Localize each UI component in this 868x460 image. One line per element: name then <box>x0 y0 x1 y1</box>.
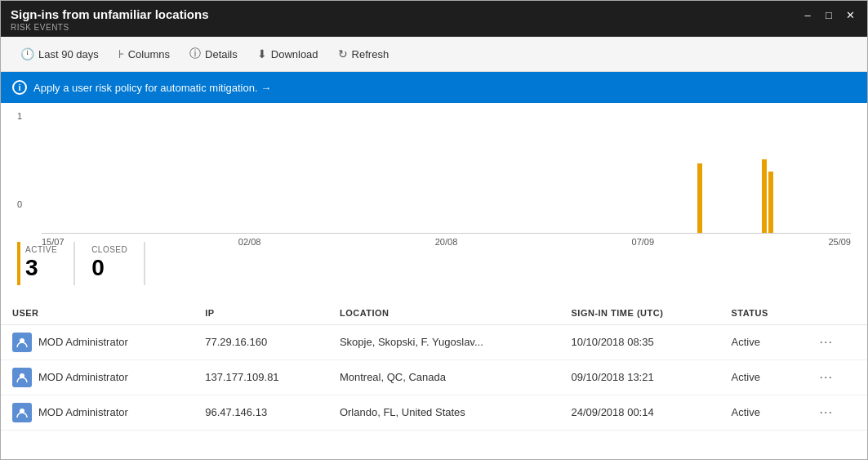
x-label-4: 25/09 <box>828 237 851 247</box>
more-button-2[interactable]: ··· <box>815 404 838 422</box>
active-stat: ACTIVE 3 <box>17 242 75 285</box>
download-icon: ⬇ <box>257 47 267 60</box>
clock-icon: 🕛 <box>20 47 34 60</box>
columns-button[interactable]: ⊦ Columns <box>110 44 178 64</box>
download-button[interactable]: ⬇ Download <box>249 44 327 64</box>
more-button-1[interactable]: ··· <box>815 368 838 386</box>
data-table: USER IP LOCATION SIGN-IN TIME (UTC) STAT… <box>1 301 867 431</box>
table-row: MOD Administrator 96.47.146.13 Orlando, … <box>1 395 867 430</box>
columns-icon: ⊦ <box>118 47 124 60</box>
close-button[interactable]: ✕ <box>843 7 857 22</box>
table-area: USER IP LOCATION SIGN-IN TIME (UTC) STAT… <box>1 293 867 439</box>
chart-bar <box>768 172 773 233</box>
chart-bars <box>42 127 851 233</box>
window-title: Sign-ins from unfamiliar locations <box>11 7 209 21</box>
cell-location-1: Montreal, QC, Canada <box>328 360 560 395</box>
col-actions <box>803 301 867 325</box>
x-label-3: 07/09 <box>632 237 655 247</box>
user-name-0: MOD Administrator <box>38 336 128 348</box>
more-button-0[interactable]: ··· <box>815 333 838 351</box>
title-bar-controls: – □ ✕ <box>800 7 857 22</box>
chart-bar-group-2 <box>762 159 773 233</box>
refresh-button[interactable]: ↻ Refresh <box>330 44 398 64</box>
col-ip: IP <box>194 301 328 325</box>
banner-info-icon: i <box>12 80 27 95</box>
cell-location-2: Orlando, FL, United States <box>328 395 560 430</box>
chart-x-labels: 15/07 02/08 20/08 07/09 25/09 <box>17 234 851 247</box>
chart-bar-group-1 <box>697 163 702 233</box>
download-label: Download <box>271 48 318 60</box>
user-avatar-2 <box>12 403 32 422</box>
cell-location-0: Skopje, Skopski, F. Yugoslav... <box>328 324 560 360</box>
banner-text: Apply a user risk policy for automatic m… <box>33 82 271 94</box>
cell-status-1: Active <box>719 360 803 395</box>
cell-more-1[interactable]: ··· <box>803 360 867 395</box>
cell-status-0: Active <box>719 324 803 360</box>
minimize-button[interactable]: – <box>800 7 815 22</box>
window-subtitle: RISK EVENTS <box>11 23 209 32</box>
cell-signin-time-1: 09/10/2018 13:21 <box>559 360 719 395</box>
last-90-days-label: Last 90 days <box>38 48 99 60</box>
main-window: Sign-ins from unfamiliar locations RISK … <box>0 0 868 460</box>
chart-y-max: 1 <box>17 111 22 121</box>
chart-bar <box>697 163 702 233</box>
table-row: MOD Administrator 77.29.16.160 Skopje, S… <box>1 324 867 360</box>
user-avatar-0 <box>12 333 32 352</box>
columns-label: Columns <box>128 48 170 60</box>
col-status: STATUS <box>719 301 803 325</box>
content-area: 1 0 15/07 02/08 20/08 <box>1 103 867 459</box>
user-avatar-1 <box>12 368 32 387</box>
toolbar: 🕛 Last 90 days ⊦ Columns ⓘ Details ⬇ Dow… <box>1 37 867 72</box>
cell-status-2: Active <box>719 395 803 430</box>
x-label-2: 20/08 <box>435 237 458 247</box>
cell-more-2[interactable]: ··· <box>803 395 867 430</box>
refresh-icon: ↻ <box>338 47 348 60</box>
last-90-days-button[interactable]: 🕛 Last 90 days <box>12 44 107 64</box>
cell-more-0[interactable]: ··· <box>803 324 867 360</box>
title-bar-left: Sign-ins from unfamiliar locations RISK … <box>11 7 209 32</box>
closed-value: 0 <box>91 254 127 282</box>
chart-area: 1 0 15/07 02/08 20/08 <box>1 103 867 234</box>
table-row: MOD Administrator 137.177.109.81 Montrea… <box>1 360 867 395</box>
cell-user-2: MOD Administrator <box>1 395 194 430</box>
details-label: Details <box>205 48 238 60</box>
user-name-1: MOD Administrator <box>38 371 128 383</box>
info-icon: ⓘ <box>189 47 201 61</box>
col-signin-time: SIGN-IN TIME (UTC) <box>559 301 719 325</box>
cell-signin-time-0: 10/10/2018 08:35 <box>559 324 719 360</box>
cell-user-1: MOD Administrator <box>1 360 194 395</box>
title-bar: Sign-ins from unfamiliar locations RISK … <box>1 1 867 37</box>
details-button[interactable]: ⓘ Details <box>181 43 246 65</box>
maximize-button[interactable]: □ <box>821 7 836 22</box>
active-value: 3 <box>25 254 57 282</box>
refresh-label: Refresh <box>352 48 389 60</box>
col-location: LOCATION <box>328 301 560 325</box>
cell-signin-time-2: 24/09/2018 00:14 <box>559 395 719 430</box>
col-user: USER <box>1 301 194 325</box>
closed-stat: CLOSED 0 <box>91 242 145 285</box>
chart-inner <box>42 111 851 234</box>
table-header-row: USER IP LOCATION SIGN-IN TIME (UTC) STAT… <box>1 301 867 325</box>
x-label-0: 15/07 <box>42 237 65 247</box>
cell-ip-1: 137.177.109.81 <box>194 360 328 395</box>
cell-ip-0: 77.29.16.160 <box>194 324 328 360</box>
chart-y-min: 0 <box>17 199 22 209</box>
chart-bar <box>762 159 767 233</box>
user-name-2: MOD Administrator <box>38 406 128 418</box>
cell-user-0: MOD Administrator <box>1 324 194 360</box>
x-label-1: 02/08 <box>238 237 261 247</box>
banner-link[interactable]: → <box>260 82 271 94</box>
info-banner: i Apply a user risk policy for automatic… <box>1 72 867 103</box>
cell-ip-2: 96.47.146.13 <box>194 395 328 430</box>
